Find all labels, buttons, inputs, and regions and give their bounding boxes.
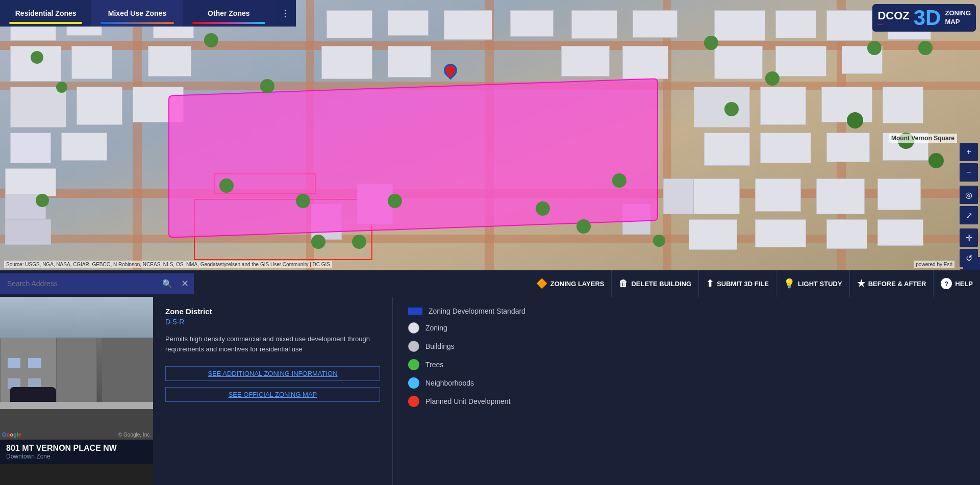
top-nav: Residential Zones Mixed Use Zones Other … xyxy=(0,0,296,27)
search-container: 🔍 ✕ xyxy=(0,273,194,294)
help-button[interactable]: ? HELP xyxy=(934,270,980,297)
search-button[interactable]: 🔍 xyxy=(158,273,176,294)
logo-dcoz-text: DCOZ — xyxy=(877,9,909,27)
address-main: 801 MT VERNON PLACE NW xyxy=(6,444,147,453)
address-bar: 801 MT VERNON PLACE NW Downtown Zone xyxy=(0,440,153,464)
legend-label-buildings: Buildings xyxy=(425,342,455,350)
tab-residential-zones[interactable]: Residential Zones xyxy=(0,0,91,27)
submit-3d-label: SUBMIT 3D FILE xyxy=(717,280,769,288)
before-after-button[interactable]: ★ BEFORE & AFTER xyxy=(850,270,934,297)
legend-item-trees: Trees xyxy=(408,359,965,370)
address-sub: Downtown Zone xyxy=(6,453,147,460)
tab-indicator-residential xyxy=(9,22,82,24)
extent-button[interactable]: ⤢ xyxy=(960,206,978,224)
legend-item-zoning: Zoning xyxy=(408,322,965,334)
tab-indicator-mixed-use xyxy=(100,22,173,24)
official-zoning-map-link[interactable]: SEE OFFICIAL ZONING MAP xyxy=(165,387,380,402)
submit-3d-icon: ⬆ xyxy=(706,278,714,289)
search-input[interactable] xyxy=(0,273,158,294)
google-logo: Google xyxy=(2,431,21,438)
light-study-button[interactable]: 💡 LIGHT STUDY xyxy=(776,270,850,297)
map-source: Source: USGS, NGA, NASA, CGIAR, GEBCO, N… xyxy=(4,261,332,268)
help-icon: ? xyxy=(941,278,952,289)
nav-more-button[interactable]: ⋮ xyxy=(274,0,296,27)
legend-color-zoning xyxy=(408,322,419,334)
location-label: Mount Vernon Square xyxy=(889,134,957,143)
legend-panel: Zoning Development Standard Zoning Build… xyxy=(393,297,980,485)
map-pin xyxy=(444,64,454,78)
map-container[interactable]: Mount Vernon Square Source: USGS, NGA, N… xyxy=(0,0,980,270)
zone-code: D-5-R xyxy=(165,318,380,326)
tab-mixed-use-zones[interactable]: Mixed Use Zones xyxy=(91,0,183,27)
legend-color-neighborhoods xyxy=(408,377,419,389)
legend-color-zoning-standard xyxy=(408,308,422,315)
zoom-in-button[interactable]: + xyxy=(960,143,978,161)
legend-color-planned-unit xyxy=(408,396,419,407)
google-copyright: © Google, Inc. xyxy=(118,432,151,438)
delete-building-label: DELETE BUILDING xyxy=(631,280,691,288)
legend-label-trees: Trees xyxy=(425,361,443,369)
light-study-label: LIGHT STUDY xyxy=(798,280,842,288)
before-after-icon: ★ xyxy=(857,278,865,289)
zoning-layers-icon: 🔶 xyxy=(536,278,547,289)
legend-label-planned-unit: Planned Unit Development xyxy=(425,397,511,405)
before-after-label: BEFORE & AFTER xyxy=(868,280,926,288)
logo-zoning-map: ZONING MAP xyxy=(945,9,971,27)
legend-label-zoning: Zoning xyxy=(425,324,447,332)
search-clear-button[interactable]: ✕ xyxy=(176,273,194,294)
zoom-out-button[interactable]: − xyxy=(960,163,978,182)
bottom-panel: Google © Google, Inc. 801 MT VERNON PLAC… xyxy=(0,297,980,485)
submit-3d-file-button[interactable]: ⬆ SUBMIT 3D FILE xyxy=(699,270,776,297)
legend-item-neighborhoods: Neighborhoods xyxy=(408,377,965,389)
tab-other-zones[interactable]: Other Zones xyxy=(183,0,274,27)
rotate-button[interactable]: ↺ xyxy=(960,249,978,267)
legend-item-buildings: Buildings xyxy=(408,341,965,352)
location-button[interactable]: ◎ xyxy=(960,186,978,204)
map-controls: + − ◎ ⤢ ✛ ↺ ⊕ xyxy=(960,143,978,288)
zone-info-panel: Zone District D-5-R Permits high density… xyxy=(153,297,393,485)
light-study-icon: 💡 xyxy=(784,278,795,289)
tab-residential-label: Residential Zones xyxy=(15,9,77,17)
bottom-toolbar: 🔍 ✕ 🔶 ZONING LAYERS 🗑 DELETE BUILDING ⬆ … xyxy=(0,270,980,297)
zoning-layers-label: ZONING LAYERS xyxy=(550,280,605,288)
logo-3d-text: 3D xyxy=(914,7,941,29)
additional-zoning-link[interactable]: SEE ADDITIONAL ZONING INFORMATION xyxy=(165,366,380,381)
legend-label-zoning-standard: Zoning Development Standard xyxy=(429,307,525,315)
zone-title: Zone District xyxy=(165,307,380,316)
help-label: HELP xyxy=(955,280,973,288)
tab-mixed-use-label: Mixed Use Zones xyxy=(108,9,166,17)
tab-indicator-other xyxy=(192,22,265,24)
zoning-layers-button[interactable]: 🔶 ZONING LAYERS xyxy=(529,270,612,297)
zone-description: Permits high density commercial and mixe… xyxy=(165,334,380,354)
street-view-image: Google © Google, Inc. xyxy=(0,297,153,440)
delete-building-button[interactable]: 🗑 DELETE BUILDING xyxy=(612,270,699,297)
street-view-panel: Google © Google, Inc. 801 MT VERNON PLAC… xyxy=(0,297,153,485)
pan-button[interactable]: ✛ xyxy=(960,228,978,247)
tab-other-label: Other Zones xyxy=(208,9,249,17)
legend-label-neighborhoods: Neighborhoods xyxy=(425,379,474,387)
legend-color-buildings xyxy=(408,341,419,352)
legend-item-planned-unit: Planned Unit Development xyxy=(408,396,965,407)
legend-item-zoning-standard: Zoning Development Standard xyxy=(408,307,965,315)
dcoz-logo: DCOZ — 3D ZONING MAP xyxy=(872,4,976,32)
legend-color-trees xyxy=(408,359,419,370)
delete-building-icon: 🗑 xyxy=(619,278,628,289)
powered-by: powered by Esri xyxy=(914,261,954,268)
